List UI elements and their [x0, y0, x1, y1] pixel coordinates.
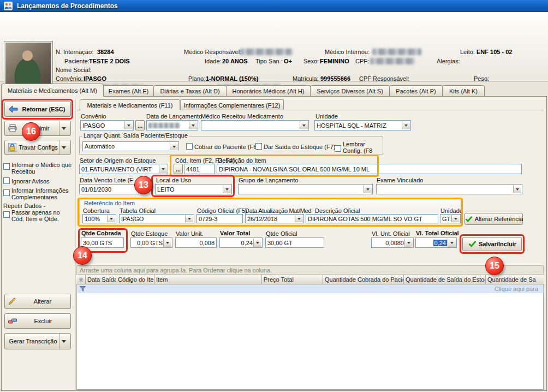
- excluir-button[interactable]: Excluir: [4, 313, 71, 329]
- chevron-down-icon[interactable]: [59, 334, 68, 349]
- column-header-item[interactable]: Item: [154, 275, 262, 284]
- grid-indicator-column[interactable]: [76, 275, 86, 284]
- cod-item-ellipsis-button[interactable]: ...: [174, 164, 183, 174]
- chevron-down-icon[interactable]: [159, 165, 167, 173]
- convenio-label: Convênio: [81, 113, 106, 120]
- convenio-combo[interactable]: IPASGO: [80, 120, 134, 130]
- qtde-estoque-label: Qtde Estoque: [131, 230, 168, 237]
- app-window: Lançamentos de Procedimentos Clique aqui…: [0, 0, 548, 392]
- dar-saida-estoque-checkbox[interactable]: [255, 143, 262, 150]
- chevron-down-icon[interactable]: [404, 239, 413, 247]
- alterar-button[interactable]: Alterar: [4, 294, 71, 309]
- paciente-label: Paciente:: [64, 58, 90, 64]
- tab-honorarios-medicos[interactable]: Honorários Médicos (Alt H): [226, 85, 311, 97]
- tipo-san-value: O+: [284, 58, 292, 64]
- exame-vinculado-label: Exame Vinculado: [377, 177, 423, 183]
- inner-tab-informacoes-f12[interactable]: Informações Complementares (F12): [180, 99, 284, 110]
- column-header-preco-total[interactable]: Preço Total: [262, 275, 323, 284]
- chevron-down-icon[interactable]: [448, 239, 456, 247]
- exame-vinculado-combo[interactable]: [376, 184, 522, 194]
- unidade-ref-combo[interactable]: GTS: [440, 214, 461, 223]
- arrow-left-icon: [8, 105, 18, 113]
- chevron-down-icon[interactable]: [59, 121, 68, 135]
- chevron-down-icon[interactable]: [185, 215, 193, 222]
- dar-saida-estoque-label: Dar Saída do Estoque (F7): [264, 144, 335, 150]
- codigo-oficial-input[interactable]: 0729-3: [196, 214, 243, 223]
- qtde-cobrada-input[interactable]: 30,00 GTS: [81, 237, 124, 248]
- qtde-oficial-input[interactable]: 30,00 GT: [265, 237, 324, 248]
- chevron-down-icon[interactable]: [124, 121, 133, 129]
- filter-hint: Clique aqui para: [495, 286, 541, 292]
- medico-receitou-combo[interactable]: [201, 120, 309, 130]
- descricao-item-label: Descrição do Item: [218, 157, 266, 164]
- grid-group-drop-area[interactable]: Arraste uma coluna aqui para agrupa-la. …: [76, 265, 544, 275]
- column-header-data-saida[interactable]: Data Saída: [86, 275, 116, 284]
- chevron-down-icon[interactable]: [170, 142, 178, 150]
- cobertura-combo[interactable]: 100%: [82, 214, 116, 223]
- grid-header-row: Data Saída Código do Item Item Preço Tot…: [76, 275, 544, 284]
- chevron-down-icon[interactable]: [223, 185, 231, 193]
- paciente-value: TESTE 2 DOIS: [89, 58, 130, 64]
- app-icon: [4, 2, 13, 10]
- tab-materiais-medicamentos[interactable]: Materiais e Medicamentos (Alt M): [1, 84, 104, 97]
- setor-origem-combo[interactable]: 01.FATURAMENTO (VIRT: [79, 164, 168, 174]
- qtde-estoque-combo[interactable]: 0,00 GTS: [130, 237, 172, 248]
- travar-configs-button[interactable]: Travar Configs: [4, 140, 71, 155]
- tab-kits[interactable]: Kits (Alt K): [442, 85, 485, 97]
- gerar-transcricao-button[interactable]: Gerar Transcrição: [4, 333, 71, 349]
- chevron-down-icon[interactable]: [364, 185, 372, 193]
- sexo-value: FEMININO: [320, 58, 349, 64]
- chevron-down-icon[interactable]: [163, 239, 171, 247]
- data-vencto-lote-input[interactable]: 01/01/2030: [79, 184, 139, 194]
- data-lancamento-combo[interactable]: [146, 120, 198, 130]
- cobrar-paciente-checkbox[interactable]: [186, 143, 193, 150]
- tabela-oficial-combo[interactable]: IPASGO: [119, 214, 194, 223]
- lancar-quant-group-label: Lançar Quant. Saída Paciente/Estoque: [82, 132, 189, 139]
- chevron-down-icon[interactable]: [300, 121, 308, 129]
- chevron-down-icon[interactable]: [513, 185, 521, 193]
- matricula-label: Matricula:: [293, 75, 319, 82]
- vl-unt-oficial-combo[interactable]: 0,0080: [371, 237, 414, 248]
- valor-total-combo[interactable]: 0,24: [219, 237, 263, 248]
- cod-item-input[interactable]: 4481: [184, 164, 215, 174]
- funnel-icon: [80, 286, 86, 292]
- unidade-combo[interactable]: HOSPITAL SQL - MATRIZ: [314, 120, 411, 130]
- chevron-down-icon[interactable]: [402, 121, 410, 129]
- column-header-qtd-sa[interactable]: Quantidade de Sa: [486, 275, 544, 284]
- repetir-dados-checkbox[interactable]: [3, 211, 10, 218]
- chevron-down-icon[interactable]: [253, 239, 261, 247]
- lembrar-config-checkbox[interactable]: [335, 145, 341, 152]
- informar-medico-checkbox[interactable]: [3, 163, 10, 170]
- column-header-qtd-cobrada[interactable]: Quantidade Cobrada do Paciente: [323, 275, 404, 284]
- informar-informacoes-checkbox[interactable]: [3, 189, 10, 196]
- inner-tab-materiais-f11[interactable]: Materiais e Medicamentos (F11): [80, 99, 180, 110]
- lancar-quant-combo[interactable]: Automático: [82, 141, 179, 151]
- chevron-down-icon[interactable]: [189, 121, 197, 129]
- tab-exames[interactable]: Exames (Alt E): [103, 85, 154, 97]
- chevron-down-icon[interactable]: [451, 215, 460, 222]
- column-header-qtd-saida-estoque[interactable]: Quantidade de Saída do Estoque: [404, 275, 486, 284]
- convenio-ellipsis-button[interactable]: ...: [135, 120, 145, 130]
- tab-pacotes[interactable]: Pacotes (Alt P): [389, 85, 443, 97]
- tab-servicos-diversos[interactable]: Serviços Diversos (Alt S): [310, 85, 390, 97]
- ignorar-avisos-checkbox[interactable]: [3, 177, 10, 184]
- chevron-down-icon[interactable]: [107, 215, 115, 222]
- local-uso-combo[interactable]: LEITO: [155, 184, 232, 194]
- retornar-button[interactable]: Retornar (ESC): [4, 102, 71, 117]
- grid-filter-row[interactable]: Clique aqui para: [76, 284, 544, 293]
- chevron-down-icon[interactable]: [295, 215, 303, 222]
- grupo-lancamento-combo[interactable]: [238, 184, 373, 194]
- descricao-oficial-input[interactable]: DIPIRONA GOTAS 500 MG/ML SO VO GT: [306, 214, 438, 223]
- main-tab-strip: Materiais e Medicamentos (Alt M) Exames …: [1, 84, 484, 97]
- valor-unit-input[interactable]: 0,008: [175, 237, 217, 248]
- salvar-incluir-button[interactable]: Salvar/Incluir: [462, 237, 522, 251]
- vl-total-oficial-combo[interactable]: 0,24: [415, 237, 457, 248]
- descricao-item-input[interactable]: DIPIRONA - NOVALGINA SOL ORAL 500 MG/ML …: [217, 164, 522, 174]
- cpf-redacted-value: [370, 58, 415, 64]
- tab-diarias-taxas[interactable]: Diárias e Taxas (Alt D): [153, 85, 227, 97]
- column-header-codigo-item[interactable]: Código do Item: [116, 275, 154, 284]
- data-atualizacao-combo[interactable]: 26/12/2018: [245, 214, 304, 223]
- alterar-referencia-button[interactable]: Alterar Referência: [464, 213, 523, 225]
- cobertura-label: Cobertura: [83, 207, 110, 214]
- chevron-down-icon[interactable]: [59, 140, 68, 155]
